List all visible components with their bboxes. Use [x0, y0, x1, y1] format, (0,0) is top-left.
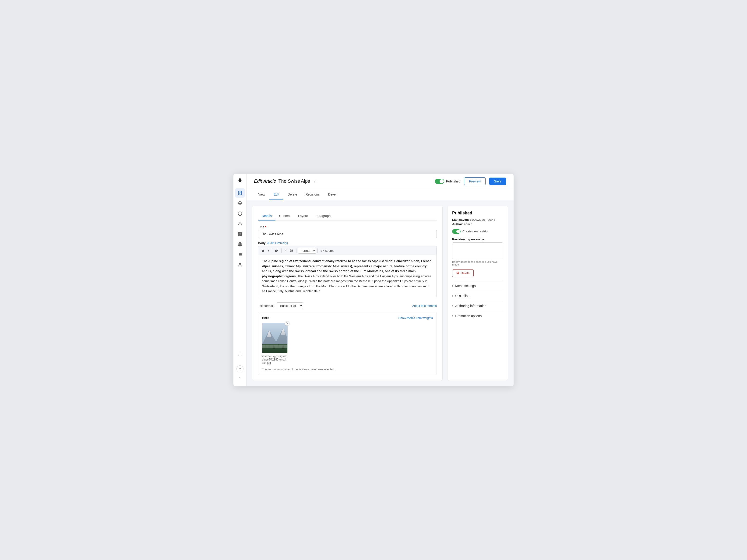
accordion-authoring-header[interactable]: › Authoring information [452, 304, 503, 308]
sidebar-item-list[interactable] [235, 250, 244, 259]
accordion-menu-settings-header[interactable]: › Menu settings [452, 284, 503, 288]
chevron-right-icon-2: › [452, 294, 453, 298]
svg-rect-33 [262, 345, 288, 348]
published-label: Published [446, 180, 461, 183]
sub-tabs: Details Content Layout Paragraphs [258, 212, 437, 220]
delete-icon [456, 271, 459, 275]
hero-header: Hero Show media item weights [262, 316, 433, 320]
help-icon: ? [239, 367, 241, 371]
star-icon[interactable]: ☆ [313, 179, 317, 184]
bold-button[interactable]: B [260, 248, 265, 253]
nav-tabs: View Edit Delete Revisions Devel [247, 189, 514, 200]
preview-button[interactable]: Preview [464, 177, 486, 185]
form-panel: Details Content Layout Paragraphs Title … [252, 206, 443, 381]
page-header: Edit Article The Swiss Alps ☆ Published … [247, 174, 514, 189]
main-content: Edit Article The Swiss Alps ☆ Published … [247, 174, 514, 386]
svg-point-5 [239, 222, 240, 224]
expand-icon: › [239, 376, 241, 380]
media-item-wrap: ✕ eberhard-grossgasteiger-542840-unsplas… [262, 323, 288, 365]
image-button[interactable] [288, 248, 294, 254]
revision-log-label: Revision log message [452, 238, 503, 241]
sidebar: ? › [233, 174, 247, 386]
title-label: Title * [258, 225, 437, 229]
revision-hint: Briefly describe the changes you have ma… [452, 260, 503, 266]
tab-devel[interactable]: Devel [324, 189, 341, 200]
delete-label: Delete [461, 271, 470, 275]
author-label: Author: [452, 222, 463, 226]
last-saved-value-text: 11/03/2020 - 20:43 [470, 218, 495, 221]
chevron-right-icon-3: › [452, 304, 453, 308]
tab-edit[interactable]: Edit [269, 189, 283, 200]
title-field-row: Title * [258, 225, 437, 238]
editor-wrap: B I " [258, 246, 437, 297]
body-field-row: Body (Edit summary) B I " [258, 241, 437, 297]
accordion-authoring: › Authoring information [452, 301, 503, 311]
published-toggle[interactable] [435, 179, 444, 184]
accordion-promotion: › Promotion options [452, 311, 503, 321]
accordion-promotion-header[interactable]: › Promotion options [452, 314, 503, 318]
sidebar-item-shield[interactable] [235, 209, 244, 218]
title-input[interactable] [258, 230, 437, 238]
svg-point-17 [239, 263, 241, 265]
sidebar-item-expand[interactable]: › [235, 373, 244, 383]
sidebar-item-help[interactable]: ? [236, 365, 243, 372]
sidebar-item-chart[interactable] [235, 349, 244, 359]
edit-summary-link[interactable]: (Edit summary) [267, 241, 288, 245]
right-panel-title: Published [452, 211, 503, 216]
sidebar-item-person[interactable] [235, 260, 244, 269]
create-revision-toggle[interactable] [452, 229, 461, 234]
sub-tab-paragraphs[interactable]: Paragraphs [312, 212, 336, 220]
source-button[interactable]: Source [319, 248, 336, 253]
hero-title: Hero [262, 316, 269, 320]
about-formats-link[interactable]: About text formats [412, 304, 437, 308]
media-remove-button[interactable]: ✕ [285, 321, 289, 326]
sidebar-item-layers[interactable] [235, 198, 244, 208]
text-format-select[interactable]: Basic HTML [277, 302, 303, 309]
editor-toolbar: B I " [258, 246, 437, 255]
delete-button[interactable]: Delete [452, 269, 474, 277]
tab-view[interactable]: View [254, 189, 269, 200]
accordion-menu-settings-label: Menu settings [455, 284, 475, 288]
accordion-url-alias: › URL alias [452, 291, 503, 301]
show-weights-link[interactable]: Show media item weights [398, 316, 433, 320]
tab-revisions[interactable]: Revisions [301, 189, 324, 200]
toolbar-divider-2 [281, 248, 282, 253]
sidebar-item-person-add[interactable] [235, 219, 244, 229]
body-label: Body (Edit summary) [258, 241, 437, 245]
accordion-promotion-label: Promotion options [455, 314, 482, 318]
sub-tab-details[interactable]: Details [258, 212, 276, 220]
app-logo[interactable] [237, 177, 242, 183]
last-saved-label: Last saved: [452, 218, 469, 221]
media-item [262, 323, 288, 353]
media-filename: eberhard-grossgasteiger-542840-unsplash.… [262, 355, 288, 365]
link-button[interactable] [274, 248, 280, 254]
publish-toggle-wrap: Published [435, 179, 461, 184]
editor-body[interactable]: The Alpine region of Switzerland, conven… [258, 255, 437, 297]
sub-tab-content[interactable]: Content [276, 212, 294, 220]
author-row: Author: admin [452, 222, 503, 226]
blockquote-button[interactable]: " [283, 248, 288, 254]
svg-point-8 [239, 233, 240, 235]
create-revision-label: Create new revision [462, 230, 489, 233]
accordion-url-alias-label: URL alias [455, 294, 469, 298]
text-format-row: Text format Basic HTML About text format… [258, 302, 437, 309]
sidebar-item-article[interactable] [235, 188, 244, 197]
text-format-label: Text format [258, 304, 273, 308]
edit-article-label: Edit Article [254, 179, 276, 184]
accordion-menu-settings: › Menu settings [452, 281, 503, 291]
save-button[interactable]: Save [489, 178, 506, 185]
italic-button[interactable]: I [266, 248, 270, 253]
tab-delete[interactable]: Delete [283, 189, 301, 200]
page-title: Edit Article The Swiss Alps ☆ [254, 179, 431, 184]
media-max-notice: The maximum number of media items have b… [262, 368, 433, 371]
accordion-url-alias-header[interactable]: › URL alias [452, 294, 503, 298]
chevron-right-icon: › [452, 284, 453, 288]
svg-point-22 [291, 250, 291, 250]
sidebar-item-globe[interactable] [235, 240, 244, 249]
revision-log-textarea[interactable] [452, 242, 503, 259]
format-select[interactable]: Format [298, 248, 316, 254]
chevron-right-icon-4: › [452, 314, 453, 318]
article-name: The Swiss Alps [278, 179, 310, 184]
sidebar-item-settings[interactable] [235, 229, 244, 239]
sub-tab-layout[interactable]: Layout [294, 212, 312, 220]
